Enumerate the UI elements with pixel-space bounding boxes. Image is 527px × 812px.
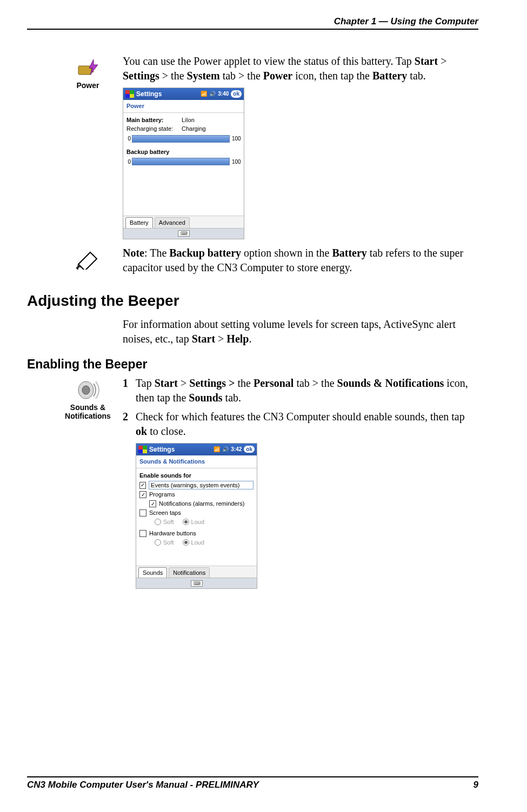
screentaps-checkbox[interactable]: Screen taps	[139, 509, 254, 517]
page-number: 9	[473, 780, 478, 790]
main-battery-value: LiIon	[182, 116, 195, 124]
footer-title: CN3 Mobile Computer User's Manual - PREL…	[27, 780, 259, 790]
power-icon: Power	[59, 54, 116, 239]
notifications-checkbox[interactable]: ✓Notifications (alarms, reminders)	[149, 500, 254, 508]
power-screenshot: Settings 📶 🔊 3:40 ok Power Main battery:…	[123, 88, 244, 239]
recharge-value: Charging	[182, 125, 206, 133]
programs-checkbox[interactable]: ✓Programs	[139, 491, 254, 499]
sounds-icon-label: Sounds & Notifications	[59, 403, 116, 420]
keyboard-icon[interactable]	[191, 580, 203, 587]
tab-notifications[interactable]: Notifications	[169, 567, 210, 578]
ppc-title: Settings	[149, 445, 175, 454]
ok-button[interactable]: ok	[244, 446, 255, 453]
tab-sounds[interactable]: Sounds	[138, 567, 167, 578]
enable-sounds-label: Enable sounds for	[139, 472, 254, 480]
sounds-screenshot: Settings 📶 🔊 3:42 ok Sounds & Notificati…	[136, 443, 257, 589]
backup-battery-label: Backup battery	[126, 148, 241, 156]
note-text: Note: The Backup battery option shown in…	[123, 246, 478, 275]
page-footer: CN3 Mobile Computer User's Manual - PREL…	[27, 776, 478, 790]
backup-battery-bar: 0 100	[126, 158, 241, 165]
step-1: 1 Tap Start > Settings > the Personal ta…	[123, 376, 478, 405]
main-battery-label: Main battery:	[126, 116, 182, 124]
events-field[interactable]	[149, 481, 254, 489]
start-flag-icon	[125, 90, 134, 98]
hwbuttons-checkbox[interactable]: Hardware buttons	[139, 529, 254, 538]
power-icon-label: Power	[76, 81, 99, 90]
main-battery-bar: 0 100	[126, 135, 241, 143]
ppc-subtitle: Sounds & Notifications	[136, 455, 257, 468]
ppc-subtitle: Power	[123, 100, 244, 113]
taps-loud-radio: Loud	[183, 518, 204, 526]
signal-icon: 📶	[201, 90, 207, 98]
beeper-intro-text: For information about setting volume lev…	[123, 317, 478, 346]
ppc-title: Settings	[136, 90, 162, 98]
tab-battery[interactable]: Battery	[125, 217, 153, 228]
tab-advanced[interactable]: Advanced	[155, 217, 190, 228]
speaker-icon: 🔊	[222, 446, 229, 453]
keyboard-icon[interactable]	[178, 230, 190, 237]
speaker-icon: 🔊	[209, 90, 216, 98]
signal-icon: 📶	[214, 446, 220, 453]
power-intro-text: You can use the Power applet to view the…	[123, 54, 478, 83]
clock-label: 3:42	[231, 446, 242, 453]
svg-point-4	[82, 386, 90, 394]
taps-soft-radio: Soft	[155, 518, 174, 526]
page-header: Chapter 1 — Using the Computer	[27, 16, 478, 30]
recharge-label: Recharging state:	[126, 125, 182, 133]
ppc-titlebar: Settings 📶 🔊 3:42 ok	[136, 444, 257, 455]
ok-button[interactable]: ok	[231, 90, 242, 98]
step-2: 2 Check for which features the CN3 Compu…	[123, 410, 478, 439]
heading-adjusting-beeper: Adjusting the Beeper	[27, 292, 478, 310]
start-flag-icon	[138, 446, 147, 453]
ppc-titlebar: Settings 📶 🔊 3:40 ok	[123, 88, 244, 100]
subheading-enabling-beeper: Enabling the Beeper	[27, 357, 478, 372]
events-checkbox[interactable]: ✓	[139, 481, 254, 489]
hw-soft-radio: Soft	[155, 539, 174, 547]
sounds-icon: Sounds & Notifications	[59, 376, 116, 589]
note-icon	[59, 246, 116, 279]
hw-loud-radio: Loud	[183, 539, 204, 547]
clock-label: 3:40	[218, 90, 229, 98]
